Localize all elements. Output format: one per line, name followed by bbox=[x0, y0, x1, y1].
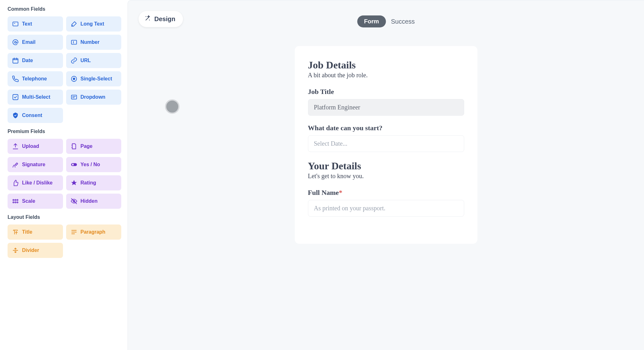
star-icon bbox=[71, 179, 77, 186]
layout-fields-grid: Title Paragraph Divider bbox=[8, 225, 121, 258]
telephone-icon bbox=[12, 75, 19, 82]
section-title-your: Your Details bbox=[308, 160, 464, 172]
svg-rect-7 bbox=[71, 95, 77, 99]
thumb-icon bbox=[12, 179, 19, 186]
label-job-title: Job Title bbox=[308, 88, 464, 96]
tab-success[interactable]: Success bbox=[391, 18, 415, 25]
single-select-icon bbox=[71, 75, 77, 82]
signature-icon bbox=[12, 161, 19, 168]
field-rating[interactable]: Rating bbox=[66, 175, 122, 190]
svg-rect-0 bbox=[13, 22, 18, 26]
field-date[interactable]: Date bbox=[8, 53, 63, 68]
section-title-layout: Layout Fields bbox=[8, 214, 121, 220]
multi-select-icon bbox=[12, 94, 19, 101]
field-palette: Common Fields Text Long Text Email Numbe… bbox=[0, 0, 128, 350]
drag-cursor-indicator bbox=[165, 99, 180, 114]
field-number[interactable]: Number bbox=[66, 35, 122, 50]
field-email[interactable]: Email bbox=[8, 35, 63, 50]
wand-icon bbox=[144, 15, 151, 23]
field-divider[interactable]: Divider bbox=[8, 243, 63, 258]
number-icon bbox=[71, 39, 77, 46]
svg-rect-8 bbox=[71, 163, 77, 166]
toggle-icon bbox=[71, 161, 77, 168]
field-like-dislike[interactable]: Like / Dislike bbox=[8, 175, 63, 190]
field-telephone[interactable]: Telephone bbox=[8, 71, 63, 86]
long-text-icon bbox=[71, 20, 77, 27]
premium-fields-grid: Upload Page Signature Yes / No Like / Di… bbox=[8, 139, 121, 209]
section-title-premium: Premium Fields bbox=[8, 129, 121, 134]
canvas-area: Design Form Success Job Details A bit ab… bbox=[128, 0, 644, 350]
field-page[interactable]: Page bbox=[66, 139, 122, 154]
text-icon bbox=[12, 20, 19, 27]
section-title-job: Job Details bbox=[308, 59, 464, 71]
dropdown-icon bbox=[71, 94, 77, 101]
field-text[interactable]: Text bbox=[8, 16, 63, 32]
input-start-date[interactable] bbox=[308, 135, 464, 152]
common-fields-grid: Text Long Text Email Number Date URL Tel… bbox=[8, 16, 121, 123]
label-full-name: Full Name* bbox=[308, 189, 464, 197]
field-long-text[interactable]: Long Text bbox=[66, 16, 122, 32]
svg-point-15 bbox=[17, 202, 18, 203]
svg-rect-6 bbox=[13, 95, 18, 100]
svg-point-12 bbox=[17, 200, 18, 201]
tab-bar: Form Success bbox=[357, 15, 415, 27]
date-icon bbox=[12, 57, 19, 64]
label-start-date: What date can you start? bbox=[308, 124, 464, 132]
required-star: * bbox=[339, 189, 342, 196]
upload-icon bbox=[12, 143, 19, 150]
page-icon bbox=[71, 143, 77, 150]
svg-rect-2 bbox=[71, 40, 77, 44]
url-icon bbox=[71, 57, 77, 64]
svg-point-11 bbox=[15, 200, 16, 201]
consent-icon bbox=[12, 112, 19, 119]
section-title-common: Common Fields bbox=[8, 6, 121, 12]
svg-point-5 bbox=[73, 78, 75, 80]
field-url[interactable]: URL bbox=[66, 53, 122, 68]
input-full-name[interactable] bbox=[308, 200, 464, 217]
field-single-select[interactable]: Single-Select bbox=[66, 71, 122, 86]
input-job-title bbox=[308, 99, 464, 116]
svg-point-10 bbox=[13, 200, 14, 201]
section-sub-your: Let's get to know you. bbox=[308, 172, 464, 180]
field-upload[interactable]: Upload bbox=[8, 139, 63, 154]
field-scale[interactable]: Scale bbox=[8, 194, 63, 209]
field-title[interactable]: Title bbox=[8, 225, 63, 240]
field-consent[interactable]: Consent bbox=[8, 108, 63, 123]
field-paragraph[interactable]: Paragraph bbox=[66, 225, 122, 240]
field-multi-select[interactable]: Multi-Select bbox=[8, 90, 63, 105]
svg-rect-3 bbox=[13, 59, 18, 63]
hidden-icon bbox=[71, 198, 77, 205]
field-dropdown[interactable]: Dropdown bbox=[66, 90, 122, 105]
paragraph-icon bbox=[71, 229, 77, 236]
form-preview-card: Job Details A bit about the job role. Jo… bbox=[295, 46, 477, 244]
svg-point-13 bbox=[13, 202, 14, 203]
design-button[interactable]: Design bbox=[139, 11, 183, 27]
divider-icon bbox=[12, 247, 19, 254]
svg-point-14 bbox=[15, 202, 16, 203]
tab-form[interactable]: Form bbox=[357, 15, 386, 27]
field-hidden[interactable]: Hidden bbox=[66, 194, 122, 209]
field-signature[interactable]: Signature bbox=[8, 157, 63, 172]
field-yesno[interactable]: Yes / No bbox=[66, 157, 122, 172]
title-icon bbox=[12, 229, 19, 236]
svg-point-9 bbox=[72, 164, 74, 166]
scale-icon bbox=[12, 198, 19, 205]
email-icon bbox=[12, 39, 19, 46]
section-sub-job: A bit about the job role. bbox=[308, 72, 464, 79]
